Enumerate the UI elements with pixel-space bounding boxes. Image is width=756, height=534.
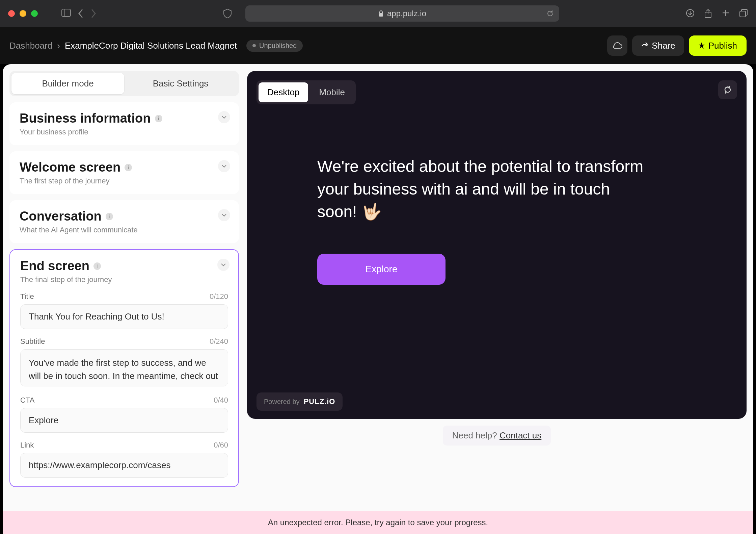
title-input[interactable]	[20, 304, 228, 329]
preview-cta-button[interactable]: Explore	[317, 254, 446, 285]
publish-button[interactable]: Publish	[689, 35, 747, 56]
collapse-button[interactable]	[218, 160, 230, 172]
status-badge: Unpublished	[246, 40, 303, 52]
breadcrumb: Dashboard › ExampleCorp Digital Solution…	[9, 40, 303, 52]
field-counter: 0/120	[210, 292, 228, 301]
card-conversation[interactable]: Conversation i What the AI Agent will co…	[9, 200, 239, 243]
breadcrumb-current: ExampleCorp Digital Solutions Lead Magne…	[65, 41, 237, 51]
field-cta: CTA 0/40	[20, 396, 228, 433]
svg-rect-9	[740, 11, 746, 17]
cloud-button[interactable]	[607, 35, 627, 56]
card-subtitle: What the AI Agent will communicate	[20, 226, 229, 234]
subtitle-input[interactable]: You've made the first step to success, a…	[20, 349, 228, 386]
help-text: Need help? Contact us	[443, 426, 551, 446]
app-body: Builder mode Basic Settings Business inf…	[3, 64, 753, 534]
downloads-icon[interactable]	[686, 9, 695, 18]
publish-label: Publish	[708, 41, 737, 51]
error-banner: An unexpected error. Please, try again t…	[3, 511, 753, 534]
info-icon[interactable]: i	[106, 213, 113, 220]
info-icon[interactable]: i	[155, 115, 162, 122]
new-tab-icon[interactable]	[722, 9, 730, 18]
tab-builder-mode[interactable]: Builder mode	[11, 73, 124, 94]
field-label: Subtitle	[20, 337, 45, 346]
url-bar[interactable]: app.pulz.io	[245, 5, 559, 22]
url-text: app.pulz.io	[387, 9, 426, 18]
browser-nav	[61, 9, 97, 18]
field-link: Link 0/60	[20, 441, 228, 478]
help-prefix: Need help?	[452, 430, 500, 440]
card-business-information[interactable]: Business information i Your business pro…	[9, 102, 239, 145]
preview-title: We're excited about the potential to tra…	[317, 155, 648, 223]
collapse-button[interactable]	[218, 209, 230, 221]
privacy-shield-icon[interactable]	[223, 8, 232, 19]
collapse-button[interactable]	[217, 259, 230, 271]
back-button[interactable]	[78, 9, 84, 18]
field-counter: 0/240	[210, 337, 228, 346]
preview-content: We're excited about the potential to tra…	[256, 155, 737, 285]
card-title-text: Business information	[20, 111, 151, 126]
tab-desktop[interactable]: Desktop	[259, 82, 308, 102]
card-welcome-screen[interactable]: Welcome screen i The first step of the j…	[9, 151, 239, 194]
tabs-icon[interactable]	[739, 9, 748, 18]
breadcrumb-dashboard[interactable]: Dashboard	[9, 41, 52, 51]
preview-panel: Desktop Mobile We're excited about the p…	[247, 71, 747, 527]
contact-us-link[interactable]: Contact us	[500, 430, 541, 440]
svg-rect-0	[62, 9, 71, 17]
error-message: An unexpected error. Please, try again t…	[268, 518, 488, 527]
close-window-button[interactable]	[8, 10, 15, 17]
info-icon[interactable]: i	[125, 164, 132, 171]
lock-icon	[378, 10, 384, 17]
info-icon[interactable]: i	[93, 262, 101, 270]
tab-basic-settings[interactable]: Basic Settings	[124, 73, 237, 94]
field-counter: 0/60	[214, 441, 228, 450]
minimize-window-button[interactable]	[20, 10, 26, 17]
left-panel: Builder mode Basic Settings Business inf…	[9, 71, 239, 527]
forward-button[interactable]	[90, 9, 97, 18]
breadcrumb-separator: ›	[57, 41, 60, 51]
refresh-preview-button[interactable]	[718, 80, 737, 99]
window-controls	[8, 10, 38, 17]
powered-by-badge[interactable]: Powered by PULZ.iO	[256, 392, 343, 411]
maximize-window-button[interactable]	[31, 10, 38, 17]
mode-tabs: Builder mode Basic Settings	[9, 71, 239, 96]
share-button[interactable]: Share	[632, 35, 684, 56]
tab-mobile[interactable]: Mobile	[310, 82, 354, 102]
field-label: Link	[20, 441, 34, 450]
status-text: Unpublished	[259, 42, 297, 50]
collapse-button[interactable]	[218, 111, 230, 123]
header-actions: Share Publish	[607, 35, 747, 56]
sidebar-toggle-icon[interactable]	[61, 9, 71, 18]
app-header: Dashboard › ExampleCorp Digital Solution…	[0, 27, 756, 64]
cta-input[interactable]	[20, 408, 228, 433]
device-tabs: Desktop Mobile	[256, 80, 356, 104]
share-browser-icon[interactable]	[704, 9, 712, 18]
field-label: Title	[20, 292, 34, 301]
field-counter: 0/40	[214, 396, 228, 405]
browser-chrome: app.pulz.io	[0, 0, 756, 27]
browser-actions	[686, 9, 748, 18]
share-label: Share	[652, 41, 675, 51]
svg-rect-2	[379, 13, 383, 17]
status-dot	[252, 44, 256, 47]
card-end-screen: End screen i The final step of the journ…	[9, 249, 239, 487]
card-title-text: Conversation	[20, 209, 102, 224]
field-title: Title 0/120	[20, 292, 228, 329]
field-label: CTA	[20, 396, 34, 405]
card-title-text: Welcome screen	[20, 160, 120, 175]
svg-marker-10	[699, 42, 705, 49]
card-subtitle: Your business profile	[20, 128, 229, 136]
card-subtitle: The final step of the journey	[20, 275, 228, 284]
field-subtitle: Subtitle 0/240 You've made the first ste…	[20, 337, 228, 388]
reload-icon[interactable]	[546, 10, 554, 17]
card-title-text: End screen	[20, 259, 89, 273]
logo-text: PULZ.iO	[304, 397, 335, 406]
link-input[interactable]	[20, 453, 228, 478]
preview-frame: Desktop Mobile We're excited about the p…	[247, 71, 747, 419]
card-subtitle: The first step of the journey	[20, 177, 229, 185]
powered-by-text: Powered by	[264, 398, 300, 406]
